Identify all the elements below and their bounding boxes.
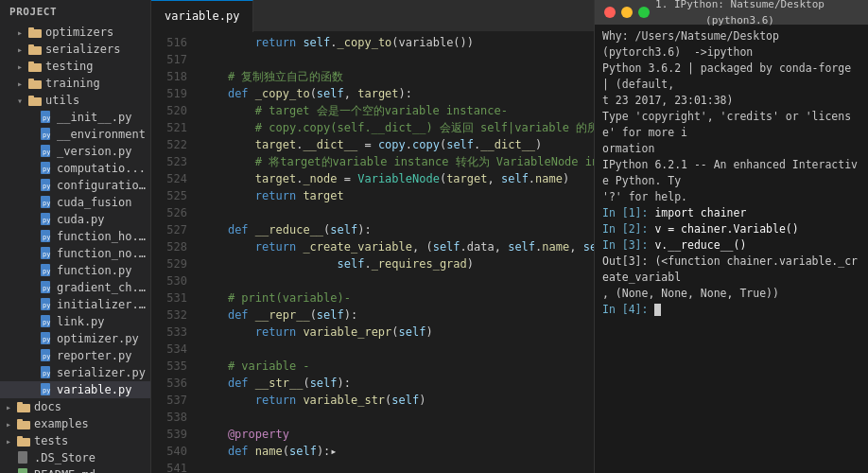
sidebar-item-link_py[interactable]: py link.py (0, 313, 150, 330)
file-icon-gradient_ch: py (40, 281, 53, 294)
code-line-531: # print(variable)- (195, 289, 594, 307)
sidebar-item-__init__py[interactable]: py __init__.py (0, 109, 150, 126)
sidebar-label-optimizers: optimizers (45, 26, 113, 39)
svg-rect-47 (17, 419, 23, 422)
sidebar-item-training[interactable]: ▸ training (0, 75, 150, 92)
sidebar-label-utils: utils (45, 94, 79, 107)
sidebar-item-optimizers[interactable]: ▸ optimizers (0, 24, 150, 41)
svg-rect-7 (28, 79, 34, 81)
file-icon-tests (17, 434, 30, 447)
sidebar-item-utils[interactable]: ▾ utils (0, 92, 150, 109)
code-line-519: def _copy_to(self, target): (195, 85, 594, 102)
svg-text:py: py (43, 200, 50, 207)
sidebar-item-computatio[interactable]: py computatio... (0, 160, 150, 177)
code-line-529: self._requires_grad) (195, 255, 594, 272)
code-line-516: return self._copy_to(variable()) (195, 34, 594, 51)
sidebar-item-_version[interactable]: py _version.py (0, 143, 150, 160)
file-icon-optimizer_py: py (40, 332, 53, 345)
tree-arrow-testing: ▸ (17, 61, 28, 72)
code-line-533: return variable_repr(self) (195, 324, 594, 341)
file-icon-__init__py: py (40, 111, 53, 124)
svg-rect-8 (28, 97, 42, 106)
svg-text:py: py (43, 217, 50, 224)
sidebar-header: Project (0, 0, 150, 24)
sidebar-label-initializer: initializer.py (57, 298, 150, 311)
file-icon-cuda_fusion: py (40, 196, 53, 209)
sidebar-item-environment[interactable]: py __environment (0, 126, 150, 143)
code-line-523: # 将target的variable instance 转化为 Variable… (195, 153, 594, 170)
line-num-541: 541 (151, 460, 187, 473)
editor-tab-variable-py[interactable]: variable.py (151, 0, 253, 32)
tree-arrow-tests: ▸ (6, 436, 17, 447)
svg-text:py: py (43, 387, 50, 394)
code-line-521: # copy.copy(self.__dict__) 会返回 self|vari… (195, 119, 594, 136)
file-icon-_DS_Store (17, 451, 30, 464)
code-line-520: # target 会是一个空的variable instance- (195, 102, 594, 119)
sidebar-item-_DS_Store[interactable]: .DS_Store (0, 449, 150, 466)
line-num-539: 539 (151, 426, 187, 443)
sidebar-item-docs[interactable]: ▸ docs (0, 398, 150, 415)
line-num-531: 531 (151, 289, 187, 307)
sidebar-item-function_ho[interactable]: py function_ho... (0, 228, 150, 245)
svg-text:py: py (43, 166, 50, 173)
sidebar-item-README_md[interactable]: md README.md (0, 466, 150, 473)
line-num-533: 533 (151, 324, 187, 341)
svg-rect-48 (17, 438, 30, 447)
tree-arrow-docs: ▸ (6, 402, 17, 412)
sidebar-item-function_py[interactable]: py function.py (0, 262, 150, 279)
tree-arrow-utils: ▾ (17, 96, 28, 106)
line-num-529: 529 (151, 255, 187, 272)
file-icon-configuratio: py (40, 179, 53, 192)
sidebar-item-cuda_py[interactable]: py cuda.py (0, 211, 150, 228)
sidebar-label-_DS_Store: .DS_Store (34, 451, 95, 464)
svg-text:py: py (43, 268, 50, 275)
file-icon-environment: py (40, 128, 53, 141)
sidebar-label-link_py: link.py (57, 315, 105, 328)
sidebar-label-function_ho: function_ho... (57, 230, 150, 243)
sidebar-label-serializer_py: serializer.py (57, 366, 146, 379)
line-num-525: 525 (151, 187, 187, 204)
sidebar-item-cuda_fusion[interactable]: py cuda_fusion (0, 194, 150, 211)
svg-text:py: py (43, 370, 50, 377)
sidebar-item-initializer[interactable]: py initializer.py (0, 296, 150, 313)
sidebar-item-serializers[interactable]: ▸ serializers (0, 41, 150, 58)
sidebar-item-optimizer_py[interactable]: py optimizer.py (0, 330, 150, 347)
tree-arrow-training: ▸ (17, 79, 28, 89)
sidebar-item-examples[interactable]: ▸ examples (0, 415, 150, 432)
sidebar-label-_version: _version.py (57, 145, 131, 158)
sidebar-label-cuda_fusion: cuda_fusion (57, 196, 131, 209)
file-icon-optimizers (28, 26, 42, 39)
file-icon-link_py: py (40, 315, 53, 328)
terminal-cursor (654, 304, 661, 316)
sidebar-label-gradient_ch: gradient_ch... (57, 281, 150, 294)
sidebar-item-configuratio[interactable]: py configuratio... (0, 177, 150, 194)
traffic-light-red[interactable] (604, 7, 616, 18)
sidebar-label-configuratio: configuratio... (57, 179, 150, 192)
sidebar-item-serializer_py[interactable]: py serializer.py (0, 364, 150, 381)
file-icon-computatio: py (40, 162, 53, 175)
terminal-line: , (None, None, None, True)) (602, 286, 860, 302)
sidebar-item-variable_py[interactable]: py variable.py (0, 381, 150, 398)
line-num-519: 519 (151, 85, 187, 102)
svg-text:py: py (43, 353, 50, 360)
code-area[interactable]: return self._copy_to(variable()) # 复制独立自… (195, 32, 594, 473)
terminal-body[interactable]: Why: /Users/Natsume/Desktop(pytorch3.6) … (595, 25, 868, 473)
terminal-line: Out[3]: (<function chainer.variable._cre… (602, 254, 860, 286)
sidebar-item-tests[interactable]: ▸ tests (0, 432, 150, 449)
editor-content: 5165175185195205215225235245255265275285… (151, 32, 594, 473)
code-line-541 (195, 460, 594, 473)
code-line-537: return variable_str(self) (195, 392, 594, 409)
file-icon-function_ho: py (40, 230, 53, 243)
sidebar-item-reporter_py[interactable]: py reporter.py (0, 347, 150, 364)
file-icon-examples (17, 417, 30, 430)
line-num-536: 536 (151, 375, 187, 392)
sidebar-item-gradient_ch[interactable]: py gradient_ch... (0, 279, 150, 296)
code-line-518: # 复制独立自己的函数 (195, 68, 594, 85)
sidebar-item-function_no[interactable]: py function_no... (0, 245, 150, 262)
svg-rect-49 (17, 436, 23, 439)
code-line-525: return target (195, 187, 594, 204)
file-icon-training (28, 77, 42, 90)
tree-arrow-optimizers: ▸ (17, 27, 28, 38)
line-num-523: 523 (151, 153, 187, 170)
sidebar-item-testing[interactable]: ▸ testing (0, 58, 150, 75)
